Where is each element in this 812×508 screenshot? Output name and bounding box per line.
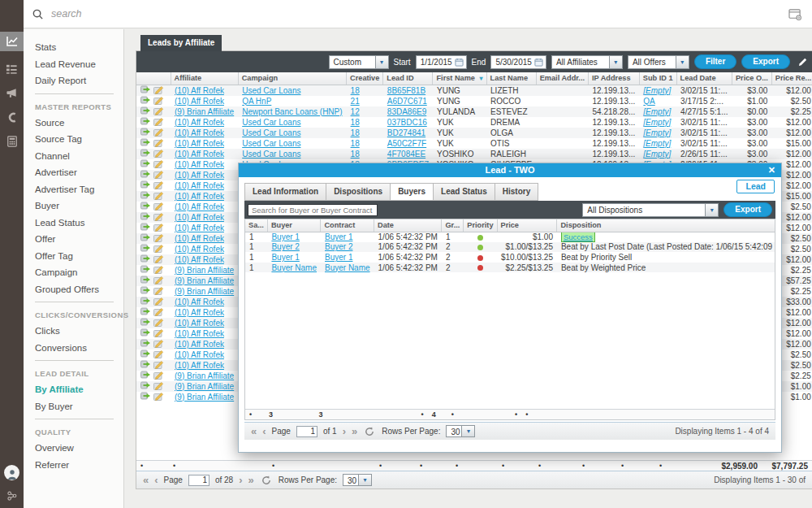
edit-lead-icon[interactable]	[153, 212, 164, 221]
column-header-sub-id-1[interactable]: Sub ID 1	[639, 72, 676, 85]
column-header-price[interactable]: Price	[497, 219, 557, 232]
global-search-input[interactable]	[51, 8, 295, 20]
cell-link[interactable]: 037BDC16	[387, 118, 427, 127]
cell-link[interactable]: [Empty]	[643, 150, 671, 158]
cell-link[interactable]: (10) Aff Rofek	[175, 329, 224, 338]
cell-link[interactable]: Used Car Loans	[242, 128, 300, 137]
cell-link[interactable]: (10) Aff Rofek	[175, 97, 224, 106]
modal-tab-lead-information[interactable]: Lead Information	[244, 183, 326, 201]
date-range-select[interactable]: Custom ▾	[329, 55, 389, 69]
lead-detail-icon[interactable]	[140, 128, 151, 137]
column-header-price-o[interactable]: Price O...	[732, 72, 771, 85]
contract-link[interactable]: Buyer 2	[325, 242, 352, 251]
edit-lead-icon[interactable]	[153, 149, 164, 158]
edit-lead-icon[interactable]	[153, 350, 164, 358]
cell-link[interactable]: 18	[351, 128, 360, 137]
sidebar-item-lead-status[interactable]: Lead Status	[35, 215, 123, 232]
lead-detail-icon[interactable]	[140, 307, 151, 316]
buyer-link[interactable]: Buyer Name	[271, 263, 317, 272]
cell-link[interactable]: (10) Aff Rofek	[175, 192, 224, 201]
first-page-icon[interactable]: «	[251, 426, 257, 436]
cell-link[interactable]: (10) Aff Rofek	[175, 181, 224, 190]
edit-lead-icon[interactable]	[153, 170, 164, 179]
column-header-first-name[interactable]: First Name ▾	[433, 72, 486, 85]
cell-link[interactable]: 4F7084EE	[387, 150, 425, 158]
cell-link[interactable]: Used Car Loans	[242, 150, 300, 158]
cell-link[interactable]: 18	[351, 86, 360, 95]
column-header-affiliate[interactable]: Affiliate	[171, 72, 238, 85]
cell-link[interactable]: [Empty]	[643, 107, 671, 116]
sidebar-item-campaign[interactable]: Campaign	[35, 264, 123, 281]
modal-tab-lead-status[interactable]: Lead Status	[434, 183, 495, 201]
edit-lead-icon[interactable]	[153, 265, 164, 274]
cell-link[interactable]: 18	[351, 139, 360, 148]
lead-detail-icon[interactable]	[140, 170, 151, 179]
start-date-input[interactable]: 1/1/2015	[416, 55, 467, 69]
buyer-row[interactable]: 1Buyer 1Buyer 11/06 5:42:32 PM1$1.00Succ…	[245, 232, 775, 242]
sidebar-item-grouped-offers[interactable]: Grouped Offers	[35, 281, 123, 298]
sidebar-item-stats[interactable]: Stats	[35, 39, 123, 56]
lead-detail-icon[interactable]	[140, 244, 151, 253]
lead-row[interactable]: (9) Brian AffiliateNewport Banc Loans (H…	[136, 106, 812, 117]
modal-tab-dispositions[interactable]: Dispositions	[326, 183, 391, 201]
sidebar-item-overview[interactable]: Overview	[35, 440, 123, 457]
reports-chart-icon[interactable]	[0, 32, 24, 51]
cell-link[interactable]: [Empty]	[643, 118, 671, 127]
cell-link[interactable]: (10) Aff Rofek	[175, 118, 224, 127]
cell-link[interactable]: [Empty]	[643, 139, 671, 148]
lead-detail-icon[interactable]	[140, 159, 151, 168]
first-page-icon[interactable]: «	[143, 475, 149, 485]
share-network-icon[interactable]	[6, 490, 18, 501]
cell-link[interactable]: (10) Aff Rofek	[175, 128, 224, 137]
sidebar-item-advertiser-tag[interactable]: Advertiser Tag	[35, 181, 123, 198]
buyer-row[interactable]: 1Buyer 1Buyer 11/06 5:42:32 PM2$10.00/$1…	[245, 252, 775, 263]
cell-link[interactable]: Newport Banc Loans (HNP)	[242, 107, 342, 116]
sidebar-item-advertiser[interactable]: Advertiser	[35, 164, 123, 181]
refresh-icon[interactable]	[365, 427, 374, 436]
cell-link[interactable]: QA HnP	[242, 97, 271, 106]
edit-lead-icon[interactable]	[153, 328, 164, 337]
cell-link[interactable]: (10) Aff Rofek	[175, 319, 224, 328]
edit-lead-icon[interactable]	[153, 202, 164, 211]
cell-link[interactable]: (10) Aff Rofek	[175, 361, 224, 370]
cell-link[interactable]: A6D7C671	[387, 97, 427, 106]
column-header-lead-id[interactable]: Lead ID	[383, 72, 433, 85]
lead-detail-icon[interactable]	[140, 191, 151, 200]
lead-detail-icon[interactable]	[140, 223, 151, 232]
close-icon[interactable]: ✕	[768, 163, 775, 177]
edit-lead-icon[interactable]	[153, 307, 164, 316]
lead-detail-icon[interactable]	[140, 96, 151, 105]
sidebar-item-offer-tag[interactable]: Offer Tag	[35, 248, 123, 265]
lead-detail-icon[interactable]	[140, 318, 151, 327]
sidebar-item-lead-revenue[interactable]: Lead Revenue	[35, 56, 123, 73]
column-header-last-name[interactable]: Last Name	[486, 72, 536, 85]
megaphone-icon[interactable]	[0, 80, 24, 105]
edit-lead-icon[interactable]	[153, 371, 164, 380]
edit-lead-icon[interactable]	[153, 360, 164, 369]
affiliates-select[interactable]: All Affiliates ▾	[551, 55, 623, 69]
cell-link[interactable]: (9) Brian Affiliate	[175, 371, 234, 380]
column-header-sa[interactable]: Sa...	[245, 219, 267, 232]
edit-lead-icon[interactable]	[153, 223, 164, 232]
calculator-icon[interactable]	[0, 129, 24, 154]
edit-lead-icon[interactable]	[153, 138, 164, 147]
column-header-email-addr[interactable]: Email Addr...	[536, 72, 588, 85]
cell-link[interactable]: (10) Aff Rofek	[175, 150, 224, 158]
column-header-campaign[interactable]: Campaign	[238, 72, 346, 85]
column-header-buyer[interactable]: Buyer	[267, 219, 321, 232]
lead-row[interactable]: (10) Aff RofekQA HnP21A6D7C671YUNGROCCO1…	[136, 96, 812, 106]
edit-lead-icon[interactable]	[153, 85, 164, 94]
cell-link[interactable]: 18	[351, 150, 360, 158]
cell-link[interactable]: (10) Aff Rofek	[175, 234, 224, 243]
edit-lead-icon[interactable]	[153, 106, 164, 115]
cell-link[interactable]: (10) Aff Rofek	[175, 160, 224, 169]
list-icon[interactable]	[0, 56, 24, 80]
column-header-price-re[interactable]: Price Re...	[771, 72, 812, 85]
lead-detail-icon[interactable]	[140, 138, 151, 147]
buyer-row[interactable]: 1Buyer NameBuyer Name1/06 5:42:32 PM2$2.…	[245, 263, 775, 273]
prev-page-icon[interactable]: ‹	[154, 475, 158, 485]
column-header-creative[interactable]: Creative	[347, 72, 383, 85]
lead-detail-icon[interactable]	[140, 339, 151, 348]
buyer-link[interactable]: Buyer 1	[271, 253, 299, 262]
lead-detail-icon[interactable]	[140, 297, 151, 306]
